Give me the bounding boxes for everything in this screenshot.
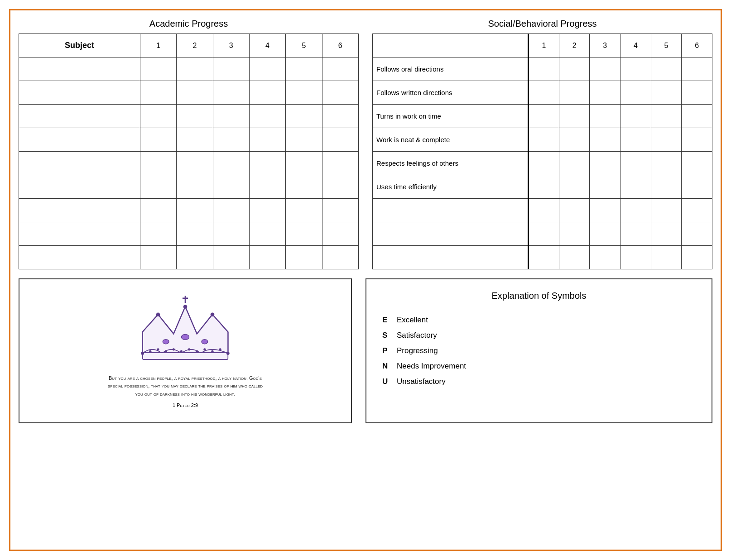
table-row: Respects feelings of others	[373, 152, 712, 175]
academic-section: Academic Progress Subject 1 2 3 4 5 6	[19, 19, 359, 269]
svg-point-13	[163, 339, 169, 344]
academic-header-1: 1	[140, 34, 176, 57]
behavioral-header-3: 3	[590, 34, 620, 57]
symbol-letter-e: E	[382, 312, 391, 328]
table-row	[19, 246, 359, 269]
table-row: Follows written directions	[373, 81, 712, 105]
symbols-title: Explanation of Symbols	[382, 291, 696, 301]
behavioral-section: Social/Behavioral Progress 1 2 3 4 5 6	[372, 19, 712, 269]
table-row: Turns in work on time	[373, 105, 712, 128]
academic-header-6: 6	[322, 34, 358, 57]
svg-point-3	[149, 350, 151, 352]
academic-title: Academic Progress	[149, 19, 228, 29]
table-row	[19, 222, 359, 246]
behavioral-header-2: 2	[559, 34, 590, 57]
bible-verse-text: But you are a chosen people, a royal pri…	[104, 374, 267, 398]
behavioral-header-5: 5	[651, 34, 682, 57]
svg-point-17	[226, 352, 230, 355]
table-row: Follows oral directions	[373, 57, 712, 81]
behavioral-header-4: 4	[620, 34, 651, 57]
svg-point-19	[183, 305, 188, 309]
table-row	[373, 222, 712, 246]
table-row	[19, 199, 359, 222]
behavioral-row-label: Uses time efficiently	[373, 175, 529, 199]
symbol-list: E Excellent S Satisfactory P Progressing…	[382, 312, 696, 389]
svg-point-9	[196, 350, 198, 352]
behavioral-header-1: 1	[529, 34, 559, 57]
svg-point-18	[156, 312, 160, 316]
behavioral-title: Social/Behavioral Progress	[488, 19, 596, 29]
svg-point-7	[180, 350, 183, 352]
symbol-label-n: Needs Improvement	[397, 359, 466, 374]
symbol-letter-n: N	[382, 359, 391, 374]
table-row	[19, 105, 359, 128]
svg-point-4	[157, 348, 159, 350]
table-row	[373, 246, 712, 269]
bible-reference: 1 Peter 2:9	[173, 402, 198, 408]
list-item: N Needs Improvement	[382, 359, 696, 374]
list-item: S Satisfactory	[382, 328, 696, 343]
behavioral-row-label: Follows written directions	[373, 81, 529, 105]
svg-point-6	[173, 348, 175, 350]
table-row	[373, 199, 712, 222]
svg-point-15	[202, 339, 208, 344]
top-section: Academic Progress Subject 1 2 3 4 5 6	[19, 19, 712, 269]
academic-header-row: Subject 1 2 3 4 5 6	[19, 34, 359, 57]
behavioral-row-label: Follows oral directions	[373, 57, 529, 81]
symbols-box: Explanation of Symbols E Excellent S Sat…	[366, 278, 712, 423]
behavioral-row-label: Work is neat & complete	[373, 128, 529, 152]
academic-header-2: 2	[177, 34, 213, 57]
table-row	[19, 152, 359, 175]
behavioral-header-6: 6	[682, 34, 712, 57]
svg-point-5	[165, 350, 167, 352]
symbol-label-u: Unsatisfactory	[397, 374, 446, 389]
table-row: Work is neat & complete	[373, 128, 712, 152]
symbol-letter-p: P	[382, 343, 391, 359]
svg-point-14	[181, 334, 189, 340]
svg-point-16	[141, 352, 144, 355]
table-row	[19, 175, 359, 199]
table-row	[19, 81, 359, 105]
list-item: E Excellent	[382, 312, 696, 328]
crown-icon	[131, 294, 240, 366]
behavioral-header-row: 1 2 3 4 5 6	[373, 34, 712, 57]
behavioral-header-empty	[373, 34, 529, 57]
table-row: Uses time efficiently	[373, 175, 712, 199]
svg-rect-2	[143, 352, 228, 359]
behavioral-table: 1 2 3 4 5 6 Follows oral directions Foll…	[372, 34, 712, 269]
behavioral-row-label: Respects feelings of others	[373, 152, 529, 175]
academic-header-4: 4	[249, 34, 285, 57]
list-item: P Progressing	[382, 343, 696, 359]
academic-header-3: 3	[213, 34, 249, 57]
list-item: U Unsatisfactory	[382, 374, 696, 389]
svg-point-11	[211, 350, 213, 352]
crown-box: But you are a chosen people, a royal pri…	[19, 278, 352, 423]
symbol-letter-s: S	[382, 328, 391, 343]
svg-point-20	[211, 312, 215, 316]
behavioral-row-label: Turns in work on time	[373, 105, 529, 128]
svg-point-12	[219, 348, 221, 350]
symbol-label-s: Satisfactory	[397, 328, 437, 343]
symbol-label-e: Excellent	[397, 312, 428, 328]
bottom-section: But you are a chosen people, a royal pri…	[19, 278, 712, 423]
symbol-letter-u: U	[382, 374, 391, 389]
academic-table: Subject 1 2 3 4 5 6	[19, 34, 359, 269]
svg-point-10	[203, 348, 206, 350]
table-row	[19, 57, 359, 81]
academic-header-subject: Subject	[19, 34, 140, 57]
table-row	[19, 128, 359, 152]
svg-point-8	[188, 348, 190, 350]
symbol-label-p: Progressing	[397, 343, 438, 359]
academic-header-5: 5	[286, 34, 322, 57]
page-container: Academic Progress Subject 1 2 3 4 5 6	[9, 9, 722, 551]
